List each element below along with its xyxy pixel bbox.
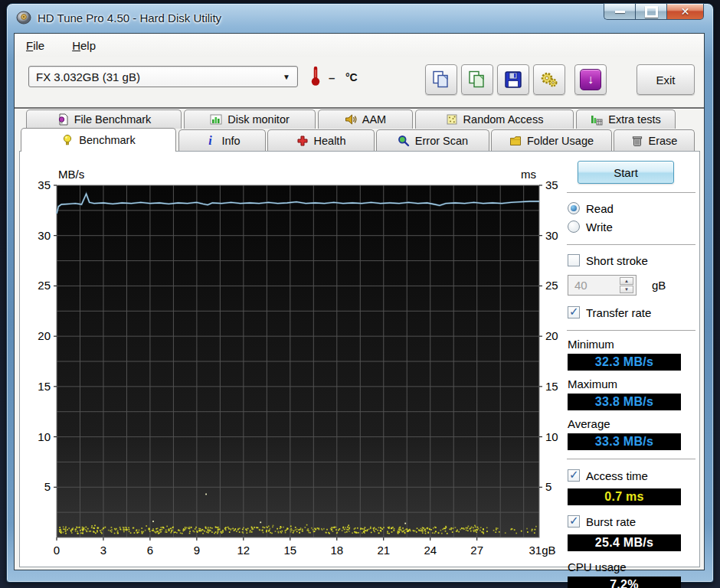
svg-text:10: 10 (545, 430, 558, 443)
read-radio-label: Read (586, 202, 614, 215)
transfer-rate-checkbox[interactable] (568, 306, 580, 318)
svg-text:5: 5 (44, 480, 51, 493)
cpu-usage-value: 7.2% (568, 577, 681, 588)
titlebar: HD Tune Pro 4.50 - Hard Disk Utility ✕ (7, 4, 713, 31)
svg-text:31gB: 31gB (529, 544, 555, 557)
update-button[interactable]: ↓ (574, 64, 607, 95)
spinner-buttons: ▲ ▼ (620, 277, 633, 293)
tab-folder-usage[interactable]: Folder Usage (491, 129, 612, 151)
start-button[interactable]: Start (578, 161, 674, 184)
svg-text:15: 15 (283, 544, 296, 557)
drive-select[interactable]: FX 3.032GB (31 gB) ▼ (28, 66, 298, 87)
separator (567, 244, 695, 245)
access-time-row[interactable]: Access time (568, 466, 697, 485)
menu-file[interactable]: File (26, 39, 44, 52)
speaker-icon (345, 113, 357, 126)
minimize-button[interactable] (604, 3, 635, 20)
read-radio[interactable] (568, 202, 580, 214)
tab-row-front: Benchmark i Info Health (15, 129, 704, 151)
caption-buttons: ✕ (604, 3, 704, 20)
app-disk-icon (16, 11, 31, 24)
save-button[interactable] (497, 64, 529, 95)
svg-text:9: 9 (194, 544, 200, 557)
svg-text:30: 30 (38, 229, 51, 242)
write-radio-label: Write (586, 220, 613, 234)
svg-text:0: 0 (54, 544, 60, 557)
tab-random-access[interactable]: Random Access (415, 109, 574, 129)
svg-text:30: 30 (545, 229, 558, 242)
svg-text:20: 20 (38, 329, 51, 342)
copy-text-button[interactable] (461, 64, 493, 95)
tab-erase[interactable]: Erase (614, 129, 695, 151)
trash-icon (631, 135, 643, 147)
write-radio-row[interactable]: Write (568, 217, 697, 236)
spinner-up-button[interactable]: ▲ (620, 277, 633, 285)
svg-text:18: 18 (330, 544, 343, 557)
tab-extra-tests[interactable]: Extra tests (576, 109, 676, 129)
maximize-button[interactable] (635, 3, 667, 20)
svg-text:MB/s: MB/s (58, 168, 84, 181)
transfer-rate-row[interactable]: Transfer rate (568, 303, 697, 322)
tab-label: Benchmark (79, 134, 135, 146)
menu-help[interactable]: Help (72, 39, 96, 52)
info-icon: i (204, 135, 216, 147)
download-arrow-icon: ↓ (580, 69, 601, 90)
copy-screenshot-button[interactable] (425, 64, 457, 95)
disk-monitor-icon (210, 113, 222, 126)
tab-label: Erase (649, 135, 678, 147)
svg-text:10: 10 (38, 430, 51, 443)
short-stroke-size-input[interactable]: 40 ▲ ▼ (568, 275, 637, 296)
chevron-down-icon: ▼ (283, 73, 290, 81)
access-time-group: Access time 0.7 ms (565, 466, 697, 505)
gears-icon (539, 70, 559, 90)
temperature-unit: °C (345, 71, 358, 83)
close-button[interactable]: ✕ (667, 3, 704, 20)
benchmark-chart: 51015202530355101520253035MB/sms03691215… (26, 155, 562, 562)
magnifier-icon (398, 135, 410, 147)
tab-health[interactable]: Health (267, 129, 375, 151)
burst-rate-checkbox[interactable] (568, 515, 580, 528)
copy-pages-green-icon (467, 70, 487, 90)
read-radio-row[interactable]: Read (568, 199, 697, 217)
minimum-label: Minimum (568, 338, 697, 351)
exit-button[interactable]: Exit (637, 64, 695, 95)
floppy-disk-icon (503, 70, 523, 90)
write-radio[interactable] (568, 220, 580, 233)
access-time-checkbox[interactable] (568, 469, 580, 482)
svg-text:35: 35 (545, 178, 558, 191)
tab-file-benchmark[interactable]: File Benchmark (26, 109, 182, 129)
tab-label: Info (221, 135, 240, 147)
svg-text:6: 6 (147, 544, 153, 557)
tab-info[interactable]: i Info (178, 129, 266, 151)
file-benchmark-icon (57, 113, 69, 126)
benchmark-controls: Start Read Write Short stroke 4 (565, 161, 697, 588)
tab-benchmark[interactable]: Benchmark (21, 128, 176, 152)
svg-text:27: 27 (470, 544, 483, 557)
lightbulb-icon (61, 134, 74, 146)
options-button[interactable] (533, 64, 565, 95)
minimize-icon (615, 11, 625, 13)
tab-aam[interactable]: AAM (318, 109, 413, 129)
tab-label: Random Access (463, 113, 544, 126)
spinner-down-button[interactable]: ▼ (620, 286, 633, 293)
burst-rate-value: 25.4 MB/s (568, 534, 681, 551)
svg-text:21: 21 (377, 544, 390, 557)
temperature-value: – (329, 71, 335, 84)
short-stroke-unit-label: gB (652, 279, 666, 292)
drive-select-value: FX 3.032GB (31 gB) (36, 70, 140, 83)
menu-bar: File Help (15, 34, 704, 57)
separator (567, 192, 695, 193)
tab-disk-monitor[interactable]: Disk monitor (184, 109, 316, 129)
tab-label: File Benchmark (74, 113, 152, 126)
svg-text:25: 25 (38, 279, 51, 292)
tab-error-scan[interactable]: Error Scan (376, 129, 489, 151)
burst-rate-label: Burst rate (586, 515, 636, 528)
tab-row-back: File Benchmark Disk monitor (15, 109, 704, 129)
toolbar: FX 3.032GB (31 gB) ▼ – °C (15, 57, 704, 107)
short-stroke-row[interactable]: Short stroke (568, 251, 697, 270)
short-stroke-checkbox[interactable] (568, 254, 580, 266)
tab-label: AAM (362, 113, 386, 126)
tab-label: Health (314, 135, 346, 147)
burst-rate-row[interactable]: Burst rate (568, 512, 697, 531)
tab-label: Folder Usage (527, 135, 594, 147)
